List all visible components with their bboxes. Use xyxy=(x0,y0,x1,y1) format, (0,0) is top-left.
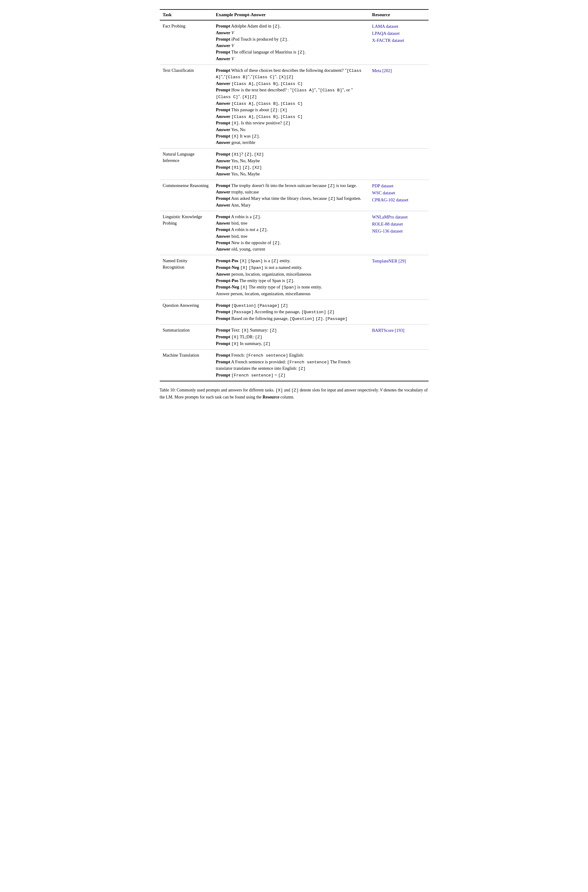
prompt-answer-cell: Prompt-Pos [X] [Span] is a [Z] entity.Pr… xyxy=(213,255,369,299)
table-row: Question AnsweringPrompt [Question] [Pas… xyxy=(160,299,429,324)
prompt-answer-cell: Prompt French: [French sentence] English… xyxy=(213,350,369,381)
resource-cell: LAMA datasetLPAQA datasetX-FACTR dataset xyxy=(369,20,428,65)
prompt-answer-cell: Prompt Adolphe Adam died in [Z].Answer V… xyxy=(213,20,369,65)
resource-cell: TemplateNER [29] xyxy=(369,255,428,299)
task-cell: Linguistic Knowledge Probing xyxy=(160,211,213,255)
resource-cell: WNLaMPro datasetROLE-88 datasetNEG-136 d… xyxy=(369,211,428,255)
resource-cell xyxy=(369,149,428,180)
resource-link[interactable]: WNLaMPro dataset xyxy=(372,213,425,221)
task-cell: Text Classificatin xyxy=(160,65,213,149)
resource-cell xyxy=(369,299,428,324)
resource-cell xyxy=(369,350,428,381)
task-cell: Commonsense Reasoning xyxy=(160,180,213,211)
caption-text: Commonly used prompts and answers for di… xyxy=(177,388,274,392)
table-row: SummarizationPrompt Text: [X] Summary: [… xyxy=(160,324,429,350)
resource-link[interactable]: CPRAG-102 dataset xyxy=(372,197,425,204)
table-row: Natural Language InferencePrompt [X1]? [… xyxy=(160,149,429,180)
prompt-answer-cell: Prompt [X1]? [Z], [X2]Answer Yes, No, Ma… xyxy=(213,149,369,180)
table-row: Text ClassificatinPrompt Which of these … xyxy=(160,65,429,149)
task-cell: Summarization xyxy=(160,324,213,350)
col-header-resource: Resource xyxy=(369,9,428,20)
prompt-answer-cell: Prompt A robin is a [Z].Answer bird, tre… xyxy=(213,211,369,255)
resource-link[interactable]: TemplateNER [29] xyxy=(372,258,425,264)
main-table: Task Example Prompt-Answer Resource Fact… xyxy=(160,9,429,381)
prompt-answer-cell: Prompt [Question] [Passage] [Z]Prompt [P… xyxy=(213,299,369,324)
resource-link[interactable]: WSC dataset xyxy=(372,189,425,197)
caption-table-num: Table 10: xyxy=(160,388,176,392)
task-cell: Machine Translation xyxy=(160,350,213,381)
task-cell: Natural Language Inference xyxy=(160,149,213,180)
table-row: Linguistic Knowledge ProbingPrompt A rob… xyxy=(160,211,429,255)
resource-link[interactable]: X-FACTR dataset xyxy=(372,37,425,44)
prompt-answer-cell: Prompt Text: [X] Summary: [Z]Prompt [X] … xyxy=(213,324,369,350)
caption-v-symbol: V xyxy=(380,388,383,392)
table-row: Named Entity RecognitionPrompt-Pos [X] [… xyxy=(160,255,429,299)
resource-link[interactable]: ROLE-88 dataset xyxy=(372,221,425,228)
caption-z-code: [Z] xyxy=(291,388,298,393)
caption-end: column. xyxy=(280,395,294,399)
task-cell: Fact Probing xyxy=(160,20,213,65)
col-header-example: Example Prompt-Answer xyxy=(213,9,369,20)
table-row: Fact ProbingPrompt Adolphe Adam died in … xyxy=(160,20,429,65)
table-row: Machine TranslationPrompt French: [Frenc… xyxy=(160,350,429,381)
resource-cell: PDP datasetWSC datasetCPRAG-102 dataset xyxy=(369,180,428,211)
resource-link[interactable]: Meta [202] xyxy=(372,67,425,74)
col-header-task: Task xyxy=(160,9,213,20)
table-row: Commonsense ReasoningPrompt The trophy d… xyxy=(160,180,429,211)
resource-link[interactable]: NEG-136 dataset xyxy=(372,228,425,235)
prompt-answer-cell: Prompt Which of these choices best descr… xyxy=(213,65,369,149)
resource-link[interactable]: BARTScore [193] xyxy=(372,327,425,334)
resource-cell: Meta [202] xyxy=(369,65,428,149)
caption-resource-bold: Resource xyxy=(263,395,279,399)
resource-link[interactable]: LAMA dataset xyxy=(372,23,425,30)
caption-xz-desc: denote slots for input and answer respec… xyxy=(300,388,379,392)
task-cell: Named Entity Recognition xyxy=(160,255,213,299)
resource-cell: BARTScore [193] xyxy=(369,324,428,350)
resource-link[interactable]: PDP dataset xyxy=(372,182,425,189)
prompt-answer-cell: Prompt The trophy doesn't fit into the b… xyxy=(213,180,369,211)
table-caption: Table 10: Commonly used prompts and answ… xyxy=(160,387,429,400)
resource-link[interactable]: LPAQA dataset xyxy=(372,30,425,37)
caption-x-code: [X] xyxy=(276,388,283,393)
task-cell: Question Answering xyxy=(160,299,213,324)
